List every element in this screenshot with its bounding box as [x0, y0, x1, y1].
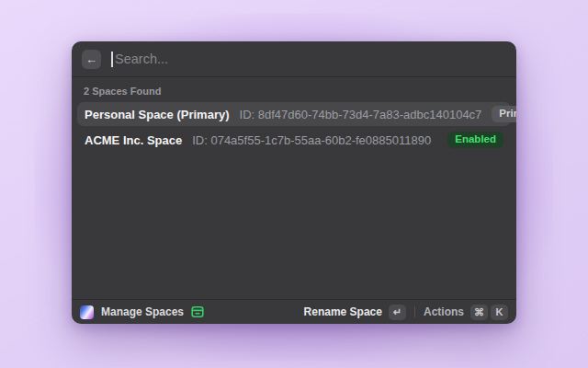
k-key-icon: K: [491, 305, 508, 320]
back-button[interactable]: ←: [82, 50, 101, 69]
actions-label: Actions: [424, 305, 464, 318]
results-list: 2 Spaces Found Personal Space (Primary) …: [72, 77, 516, 299]
return-key-icon: ↵: [389, 305, 406, 320]
search-input[interactable]: [115, 52, 506, 66]
spaces-extension-icon: [80, 305, 94, 319]
footer-divider: [414, 306, 415, 317]
footer-bar: Manage Spaces Rename Space ↵ Actions ⌘ K: [72, 299, 516, 324]
back-arrow-icon: ←: [85, 53, 97, 65]
badges: Enabled: [447, 132, 503, 149]
actions-shortcut: ⌘ K: [470, 305, 508, 320]
section-header: 2 Spaces Found: [77, 77, 511, 102]
extension-title: Manage Spaces: [101, 305, 184, 318]
list-item-acme-space[interactable]: ACME Inc. Space ID: 074a5f55-1c7b-55aa-6…: [77, 128, 511, 152]
actions-menu-button[interactable]: Actions ⌘ K: [424, 305, 508, 320]
text-caret: [111, 52, 113, 67]
footer-actions: Rename Space ↵ Actions ⌘ K: [304, 305, 508, 320]
space-title: Personal Space (Primary): [85, 108, 230, 121]
rename-space-button[interactable]: Rename Space ↵: [304, 305, 406, 320]
green-drive-icon: [191, 305, 204, 318]
primary-badge: Primary: [492, 106, 516, 123]
space-id: ID: 8df47d60-74bb-73d4-7a83-adbc140104c7: [240, 108, 482, 121]
badges: Primary Enabled: [492, 106, 516, 123]
command-palette-window: ← 2 Spaces Found Personal Space (Primary…: [72, 41, 516, 324]
rename-space-label: Rename Space: [304, 305, 382, 318]
command-key-icon: ⌘: [470, 305, 488, 320]
space-id: ID: 074a5f55-1c7b-55aa-60b2-fe0885011890: [192, 133, 431, 147]
search-bar: ←: [72, 41, 516, 77]
space-title: ACME Inc. Space: [85, 133, 182, 147]
list-item-personal-space[interactable]: Personal Space (Primary) ID: 8df47d60-74…: [77, 102, 511, 126]
enabled-badge: Enabled: [447, 132, 503, 149]
